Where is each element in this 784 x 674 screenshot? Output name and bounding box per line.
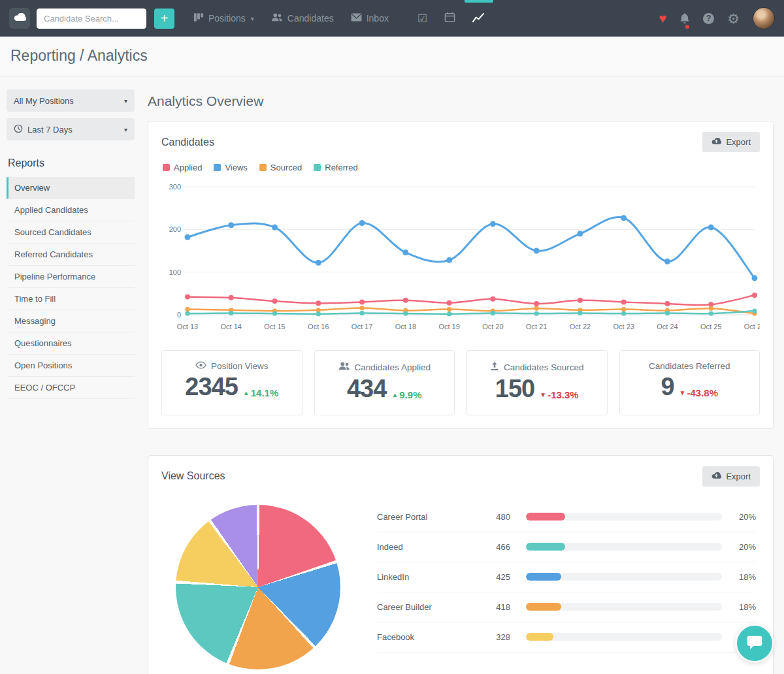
sidebar-item-overview[interactable]: Overview <box>7 177 135 199</box>
svg-text:Oct 17: Oct 17 <box>351 323 372 330</box>
page-header: Reporting / Analytics <box>0 37 784 76</box>
analytics-overview-heading: Analytics Overview <box>148 93 774 109</box>
svg-text:Oct 23: Oct 23 <box>613 323 634 330</box>
candidates-card: Candidates Export Applied Views Sourced … <box>148 121 774 429</box>
view-sources-pie-chart <box>176 505 340 669</box>
chevron-down-icon: ▾ <box>124 126 127 133</box>
chart-legend: Applied Views Sourced Referred <box>163 163 759 172</box>
line-chart-icon <box>472 12 485 25</box>
stat-value: 2345 <box>185 374 238 401</box>
pipeline-icon <box>193 12 204 24</box>
envelope-icon <box>351 13 362 24</box>
eye-icon <box>195 361 206 371</box>
nav-analytics[interactable] <box>464 0 493 37</box>
help-icon[interactable]: ? <box>703 13 714 24</box>
add-button[interactable]: + <box>154 8 174 29</box>
source-bar <box>526 513 722 521</box>
sidebar-item-referred-candidates[interactable]: Referred Candidates <box>7 244 135 266</box>
gear-icon[interactable]: ⚙ <box>727 12 740 25</box>
source-value: 466 <box>474 542 510 552</box>
stat-delta: ▲14.1% <box>243 387 278 398</box>
source-rows: Career Portal 480 20% Indeed 466 20% Lin… <box>377 502 756 652</box>
source-bar <box>526 603 722 611</box>
svg-text:Oct 15: Oct 15 <box>264 323 285 330</box>
svg-text:Oct 19: Oct 19 <box>438 323 459 330</box>
cloud-logo-icon <box>14 12 26 24</box>
delta-arrow-icon: ▲ <box>243 389 250 396</box>
svg-text:300: 300 <box>169 183 181 191</box>
svg-text:100: 100 <box>169 268 181 276</box>
chevron-down-icon: ▾ <box>251 15 254 22</box>
source-row-career-builder: Career Builder 418 18% <box>377 592 756 622</box>
svg-text:Oct 24: Oct 24 <box>657 323 678 330</box>
stat-value: 150 <box>495 376 534 403</box>
nav-calendar[interactable] <box>436 0 464 37</box>
sidebar-item-messaging[interactable]: Messaging <box>7 310 135 332</box>
source-bar-fill <box>526 543 565 551</box>
reports-list: Overview Applied Candidates Sourced Cand… <box>7 177 135 399</box>
source-bar-fill <box>526 603 561 611</box>
source-bar-fill <box>526 633 553 641</box>
user-avatar[interactable] <box>753 7 775 29</box>
source-label: Indeed <box>377 542 474 552</box>
view-sources-card-title: View Sources <box>161 470 225 482</box>
legend-swatch <box>163 164 170 171</box>
candidates-line-chart: 0100200300Oct 13Oct 14Oct 15Oct 16Oct 17… <box>161 179 760 338</box>
nav-candidates[interactable]: Candidates <box>263 0 342 37</box>
delta-arrow-icon: ▼ <box>540 391 546 398</box>
positions-filter-dropdown[interactable]: All My Positions ▾ <box>7 89 135 112</box>
chat-icon <box>746 635 763 652</box>
users-icon <box>338 361 350 373</box>
app-logo[interactable] <box>9 8 30 29</box>
source-row-linkedin: LinkedIn 425 18% <box>377 562 756 592</box>
heart-icon[interactable]: ♥ <box>659 12 666 25</box>
source-percent: 20% <box>722 542 756 552</box>
export-button[interactable]: Export <box>702 466 760 487</box>
candidates-card-title: Candidates <box>161 136 214 148</box>
date-range-dropdown[interactable]: Last 7 Days ▾ <box>7 118 135 140</box>
source-percent: 20% <box>722 512 756 522</box>
source-label: Facebook <box>377 632 474 642</box>
chat-bubble-button[interactable] <box>737 626 772 661</box>
sidebar: All My Positions ▾ Last 7 Days ▾ Reports… <box>7 89 135 399</box>
stat-candidates-applied: Candidates Applied 434 ▲9.9% <box>314 350 455 415</box>
sidebar-item-eeoc-ofccp[interactable]: EEOC / OFCCP <box>7 377 135 399</box>
source-row-facebook: Facebook 328 14% <box>377 622 756 652</box>
source-row-indeed: Indeed 466 20% <box>377 532 756 562</box>
sidebar-item-open-positions[interactable]: Open Positions <box>7 355 135 377</box>
nav-inbox-label: Inbox <box>367 13 389 24</box>
source-value: 480 <box>474 512 510 522</box>
source-row-career-portal: Career Portal 480 20% <box>377 502 756 532</box>
sidebar-item-pipeline-performance[interactable]: Pipeline Performance <box>7 266 135 288</box>
top-navbar: + Positions ▾ Candidates Inbox ☑ ♥ <box>0 0 784 37</box>
stat-candidates-referred: Candidates Referred 9 ▼-43.8% <box>619 350 760 415</box>
stat-value: 434 <box>347 376 386 403</box>
sidebar-item-sourced-candidates[interactable]: Sourced Candidates <box>7 221 135 244</box>
svg-text:Oct 16: Oct 16 <box>308 323 329 330</box>
source-bar <box>526 573 722 581</box>
reports-heading: Reports <box>7 157 135 169</box>
svg-text:Oct 18: Oct 18 <box>395 323 416 330</box>
sidebar-item-time-to-fill[interactable]: Time to Fill <box>7 288 135 310</box>
nav-tasks[interactable]: ☑ <box>409 0 436 37</box>
delta-arrow-icon: ▼ <box>679 389 686 396</box>
positions-filter-label: All My Positions <box>14 96 74 106</box>
stat-position-views: Position Views 2345 ▲14.1% <box>161 350 302 415</box>
svg-text:Oct 22: Oct 22 <box>570 323 591 330</box>
legend-sourced: Sourced <box>259 163 302 172</box>
svg-text:Oct 13: Oct 13 <box>177 323 198 330</box>
notification-dot <box>685 25 689 29</box>
svg-text:200: 200 <box>169 225 181 233</box>
nav-inbox[interactable]: Inbox <box>342 0 397 37</box>
candidate-search-input[interactable] <box>37 8 146 29</box>
bell-icon[interactable] <box>679 12 690 24</box>
source-percent: 18% <box>722 572 756 582</box>
source-bar <box>526 543 722 551</box>
sidebar-item-applied-candidates[interactable]: Applied Candidates <box>7 199 135 221</box>
svg-text:Oct 26: Oct 26 <box>744 323 760 330</box>
export-button[interactable]: Export <box>702 132 760 152</box>
source-value: 418 <box>474 602 510 612</box>
sidebar-item-questionnaires[interactable]: Questionnaires <box>7 332 135 355</box>
stat-delta: ▼-43.8% <box>679 387 718 398</box>
nav-positions[interactable]: Positions ▾ <box>185 0 263 37</box>
